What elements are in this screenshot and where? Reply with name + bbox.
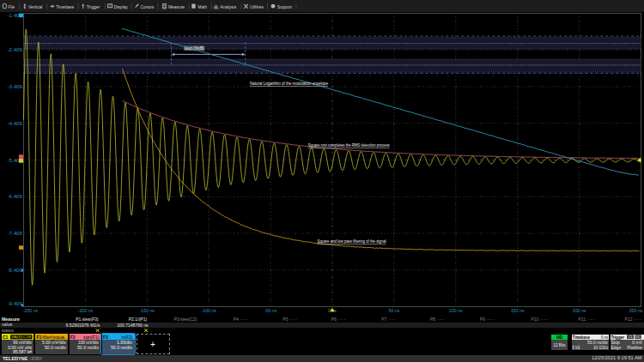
svg-text:50 ns: 50 ns bbox=[389, 308, 400, 313]
svg-text:Vertical: Vertical bbox=[28, 4, 43, 9]
svg-text:ln(F2): ln(F2) bbox=[122, 335, 133, 340]
svg-text:P4: - - -: P4: - - - bbox=[234, 317, 248, 322]
svg-text:status: status bbox=[2, 328, 14, 333]
svg-text:Positive: Positive bbox=[627, 345, 642, 350]
svg-text:Timebase: Timebase bbox=[573, 335, 591, 340]
svg-text:10 GS/s: 10 GS/s bbox=[593, 345, 608, 350]
svg-text:5 kS: 5 kS bbox=[573, 345, 581, 350]
svg-text:Timebase: Timebase bbox=[56, 4, 74, 9]
svg-text:Square root completes the RMS: Square root completes the RMS detection … bbox=[308, 143, 391, 148]
svg-text:Trigger: Trigger bbox=[611, 335, 625, 340]
svg-text:+: + bbox=[150, 340, 155, 349]
svg-text:100 ns: 100 ns bbox=[449, 308, 463, 313]
svg-text:12/25/2021 9:19:51 AM: 12/25/2021 9:19:51 AM bbox=[592, 355, 642, 360]
svg-text:200 ns: 200 ns bbox=[573, 308, 586, 313]
svg-text:-8.409: -8.409 bbox=[7, 267, 22, 273]
svg-text:P5: - - -: P5: - - - bbox=[283, 317, 297, 322]
svg-text:-250 ns: -250 ns bbox=[23, 308, 39, 313]
svg-text:Utilities: Utilities bbox=[250, 4, 264, 9]
svg-text:Measure: Measure bbox=[168, 4, 185, 9]
svg-text:C1: C1 bbox=[3, 335, 9, 340]
svg-text:DC: DC bbox=[635, 335, 641, 339]
svg-text:Edge: Edge bbox=[611, 345, 622, 350]
svg-text:-150 ns: -150 ns bbox=[140, 308, 155, 313]
svg-text:250 ns: 250 ns bbox=[629, 308, 643, 313]
svg-text:100.7148766 ns: 100.7148766 ns bbox=[117, 323, 149, 328]
svg-text:-7.409: -7.409 bbox=[7, 230, 22, 236]
svg-text:85.587 k#: 85.587 k# bbox=[13, 349, 32, 354]
svg-text:50.0 ns/div: 50.0 ns/div bbox=[77, 345, 99, 350]
svg-text:File: File bbox=[9, 4, 15, 9]
svg-text:150 ns: 150 ns bbox=[511, 308, 525, 313]
svg-text:P10: - - -: P10: - - - bbox=[531, 317, 547, 322]
svg-text:-50 ns: -50 ns bbox=[264, 308, 277, 313]
svg-text:Display: Display bbox=[113, 4, 127, 9]
svg-text:Analysis: Analysis bbox=[220, 4, 236, 9]
svg-text:P2:1/(P1): P2:1/(P1) bbox=[129, 317, 148, 322]
svg-text:Cursors: Cursors bbox=[140, 4, 154, 9]
svg-text:-6.409: -6.409 bbox=[7, 193, 22, 199]
svg-text:-4.409: -4.409 bbox=[7, 120, 22, 126]
svg-text:-3.409: -3.409 bbox=[7, 83, 22, 89]
svg-text:MA(3|DC1M: MA(3|DC1M bbox=[11, 335, 31, 339]
svg-text:value: value bbox=[2, 322, 13, 327]
svg-text:Trigger: Trigger bbox=[87, 4, 100, 9]
svg-text:P7: - - -: P7: - - - bbox=[381, 317, 396, 322]
svg-text:C1: C1 bbox=[628, 335, 633, 339]
svg-text:50.0 ns/div: 50.0 ns/div bbox=[111, 345, 132, 350]
svg-text:12 Bits: 12 Bits bbox=[554, 342, 566, 347]
svg-text:Support: Support bbox=[277, 4, 292, 9]
svg-text:-2.409: -2.409 bbox=[7, 46, 22, 52]
svg-text:Math: Math bbox=[198, 4, 208, 9]
svg-text:P12: - - -: P12: - - - bbox=[624, 317, 641, 322]
svg-text:F1: F1 bbox=[37, 335, 42, 340]
svg-text:F2: F2 bbox=[70, 335, 76, 340]
svg-text:0 ns: 0 ns bbox=[601, 335, 608, 340]
svg-text:sqrt(F1): sqrt(F1) bbox=[83, 335, 100, 340]
svg-text:F3: F3 bbox=[103, 335, 108, 340]
svg-text:P3:slew(C2): P3:slew(C2) bbox=[174, 317, 197, 322]
svg-text:50.0 ns/div: 50.0 ns/div bbox=[45, 345, 66, 350]
svg-text:P6: - - -: P6: - - - bbox=[331, 317, 346, 322]
svg-text:TELEDYNE: TELEDYNE bbox=[3, 356, 27, 361]
svg-text:P11: - - -: P11: - - - bbox=[578, 317, 594, 322]
svg-text:filter(squa..: filter(squa.. bbox=[42, 335, 67, 340]
svg-text:-100 ns: -100 ns bbox=[202, 308, 217, 313]
svg-text:9.52901976 M1/s: 9.52901976 M1/s bbox=[66, 323, 100, 328]
svg-text:-9.409: -9.409 bbox=[7, 300, 22, 306]
svg-text:P9: - - -: P9: - - - bbox=[480, 317, 495, 322]
svg-text:HD: HD bbox=[556, 335, 563, 340]
svg-text:LECROY: LECROY bbox=[30, 356, 43, 361]
svg-text:Square and low pass filtering: Square and low pass filtering of the sig… bbox=[318, 239, 386, 244]
svg-text:Natural Logarithm of the modul: Natural Logarithm of the modulation enve… bbox=[250, 81, 328, 86]
svg-text:P1:slew(F3): P1:slew(F3) bbox=[76, 317, 99, 322]
svg-text:P8: - - -: P8: - - - bbox=[430, 317, 445, 322]
svg-text:-200 ns: -200 ns bbox=[78, 308, 94, 313]
